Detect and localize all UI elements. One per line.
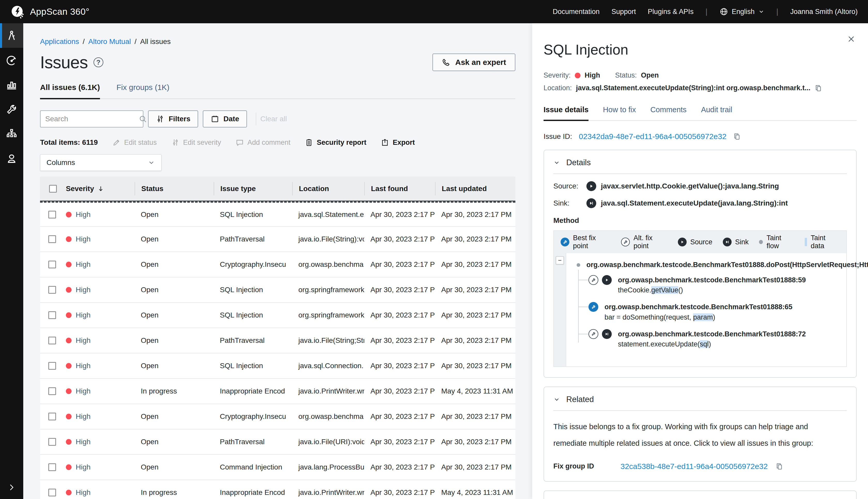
severity-label: Severity:: [543, 71, 571, 80]
add-comment-button[interactable]: Add comment: [236, 138, 291, 147]
table-row[interactable]: High Open Command Injection java.lang.Pr…: [40, 455, 515, 480]
nav-plugins-apis[interactable]: Plugins & APIs: [648, 8, 694, 16]
table-row[interactable]: High In progress Inappropriate Encod jav…: [40, 379, 515, 404]
row-checkbox[interactable]: [48, 311, 56, 319]
table-row[interactable]: High Open SQL Injection org.springframew…: [40, 303, 515, 328]
table-row[interactable]: High Open SQL Injection org.springframew…: [40, 277, 515, 303]
tab-issue-details[interactable]: Issue details: [543, 106, 589, 120]
search-icon[interactable]: [138, 114, 147, 123]
sidebar-item-users[interactable]: [0, 146, 23, 171]
legend-label: Source: [690, 238, 713, 246]
sidebar-item-reports[interactable]: [0, 72, 23, 97]
row-checkbox[interactable]: [48, 489, 56, 496]
tab-audit-trail[interactable]: Audit trail: [701, 106, 732, 120]
col-last-found[interactable]: Last found: [364, 182, 435, 195]
cell-last-updated: Apr 30, 2023 2:17 PM: [435, 463, 515, 471]
status-value: Open: [641, 71, 659, 80]
breadcrumb-applications[interactable]: Applications: [40, 37, 79, 46]
export-button[interactable]: Export: [381, 138, 415, 147]
help-icon[interactable]: ?: [93, 57, 103, 67]
language-selector[interactable]: English: [719, 7, 765, 16]
col-issue-type[interactable]: Issue type: [214, 182, 292, 195]
cell-last-found: Apr 30, 2023 2:17 PM: [364, 463, 435, 471]
sidebar-item-scans[interactable]: [0, 48, 23, 72]
col-last-updated[interactable]: Last updated: [435, 182, 515, 195]
edit-severity-button[interactable]: Edit severity: [171, 138, 221, 147]
row-checkbox[interactable]: [48, 211, 56, 218]
col-status[interactable]: Status: [135, 182, 214, 195]
cell-severity: High: [66, 488, 135, 497]
row-checkbox[interactable]: [48, 387, 56, 395]
tab-all-issues[interactable]: All issues (6.1K): [40, 83, 100, 98]
columns-dropdown[interactable]: Columns: [40, 154, 162, 171]
related-header[interactable]: Related: [553, 395, 847, 404]
ask-expert-button[interactable]: Ask an expert: [432, 53, 515, 71]
row-checkbox[interactable]: [48, 362, 56, 370]
cell-severity: High: [66, 438, 135, 446]
issue-id-link[interactable]: 02342da9-48e7-ed11-96a4-005056972e32: [579, 132, 727, 141]
table-row[interactable]: High Open Cryptography.Insecu org.owasp.…: [40, 252, 515, 277]
cell-severity: High: [66, 362, 135, 370]
col-location[interactable]: Location: [292, 182, 364, 195]
search-input[interactable]: [45, 115, 138, 123]
security-report-button[interactable]: Security report: [305, 138, 366, 147]
row-checkbox[interactable]: [48, 260, 56, 268]
top-nav: Documentation Support Plugins & APIs | E…: [553, 7, 858, 16]
table-row[interactable]: High Open PathTraversal java.io.File(Str…: [40, 227, 515, 252]
tab-how-to-fix[interactable]: How to fix: [603, 106, 636, 120]
trace-root-node[interactable]: org.owasp.benchmark.testcode.BenchmarkTe…: [577, 260, 839, 270]
cell-last-updated: May 4, 2023 11:31 AM: [435, 488, 515, 497]
nav-divider: |: [776, 7, 778, 16]
cell-issue-type: Cryptography.Insecu: [214, 260, 292, 269]
table-row[interactable]: High Open Cryptography.Insecu org.owasp.…: [40, 404, 515, 429]
user-menu[interactable]: Joanna Smith (Altoro): [790, 8, 858, 16]
sidebar-item-applications[interactable]: [0, 23, 23, 48]
filters-button[interactable]: Filters: [148, 110, 198, 127]
edit-status-button[interactable]: Edit status: [112, 138, 157, 147]
table-row[interactable]: High Open PathTraversal java.io.File(Str…: [40, 328, 515, 353]
table-row[interactable]: High Open SQL Injection java.sql.Connect…: [40, 353, 515, 379]
issues-table: Severity Status Issue type Location Last…: [40, 177, 515, 499]
sidebar-item-organization[interactable]: [0, 122, 23, 146]
sidebar-expand-button[interactable]: [0, 483, 23, 492]
sink-row: Sink: java.sql.Statement.executeUpdate(j…: [553, 198, 847, 208]
select-all-checkbox[interactable]: [49, 185, 57, 193]
cell-issue-type: Command Injection: [214, 463, 292, 471]
cell-issue-type: SQL Injection: [214, 311, 292, 319]
row-checkbox[interactable]: [48, 463, 56, 471]
sidebar-item-tools[interactable]: [0, 97, 23, 122]
nav-documentation[interactable]: Documentation: [553, 8, 600, 16]
severity-high-dot: [66, 236, 72, 242]
breadcrumb-altoro-mutual[interactable]: Altoro Mutual: [88, 37, 131, 46]
row-checkbox[interactable]: [48, 286, 56, 294]
copy-icon[interactable]: [776, 463, 783, 470]
table-row[interactable]: High In progress Inappropriate Encod jav…: [40, 480, 515, 499]
collapse-trace-button[interactable]: −: [556, 256, 564, 265]
details-header[interactable]: Details: [553, 158, 847, 167]
severity-label: High: [76, 210, 91, 219]
col-severity[interactable]: Severity: [66, 182, 135, 195]
fix-group-id-link[interactable]: 32ca538b-48e7-ed11-96a4-005056972e32: [620, 462, 768, 471]
parameters-section: Parameters: [543, 490, 857, 499]
nav-support[interactable]: Support: [612, 8, 636, 16]
trace-node-source[interactable]: org.owasp.benchmark.testcode.BenchmarkTe…: [589, 275, 839, 295]
export-icon: [381, 138, 389, 147]
copy-icon[interactable]: [733, 133, 741, 141]
chevron-down-icon: [758, 9, 764, 15]
tab-fix-groups[interactable]: Fix groups (1K): [116, 83, 169, 98]
table-row[interactable]: High Open SQL Injection java.sql.Stateme…: [40, 202, 515, 227]
tab-comments[interactable]: Comments: [650, 106, 687, 120]
legend-label: Best fix point: [573, 234, 611, 250]
close-icon[interactable]: [847, 35, 856, 44]
row-checkbox[interactable]: [48, 337, 56, 344]
row-checkbox[interactable]: [48, 235, 56, 243]
trace-node-sink[interactable]: org.owasp.benchmark.testcode.BenchmarkTe…: [589, 329, 839, 349]
copy-icon[interactable]: [815, 84, 822, 92]
table-row[interactable]: High Open PathTraversal java.io.File(URI…: [40, 429, 515, 455]
row-checkbox[interactable]: [48, 438, 56, 446]
date-button[interactable]: Date: [203, 110, 247, 127]
clear-all-button[interactable]: Clear all: [256, 112, 287, 125]
trace-node-best-fix[interactable]: org.owasp.benchmark.testcode.BenchmarkTe…: [589, 302, 839, 322]
cell-last-updated: Apr 30, 2023 2:17 PM: [435, 286, 515, 294]
row-checkbox[interactable]: [48, 413, 56, 421]
